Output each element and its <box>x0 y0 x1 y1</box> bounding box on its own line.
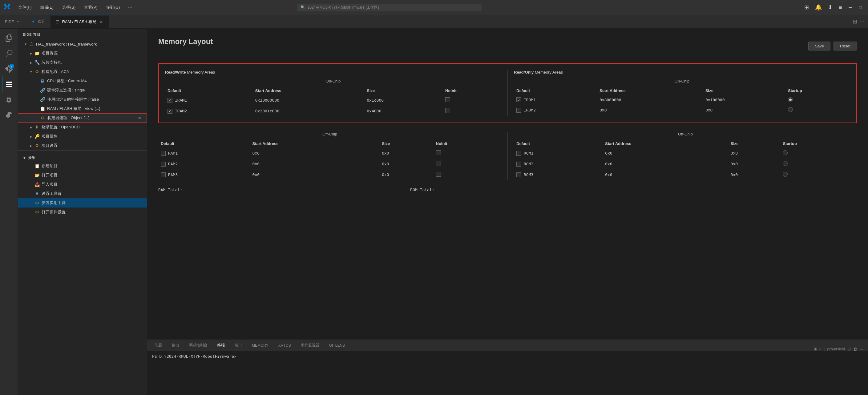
panel-trash-icon[interactable]: 🗑 <box>853 347 857 351</box>
offchip-divider <box>507 132 508 180</box>
sidebar-item-build-config[interactable]: ▼ ⚙ 构建配置 : AC5 <box>18 67 147 77</box>
tab-eide[interactable]: EIDE ··· <box>0 15 26 28</box>
ram3-checkbox[interactable] <box>161 173 166 177</box>
maximize-button[interactable]: □ <box>857 4 864 10</box>
more-actions-icon[interactable]: ··· <box>860 19 864 25</box>
ops-arrow-icon: ▼ <box>23 156 26 160</box>
ram2-noinit[interactable] <box>436 161 441 166</box>
tab-problems[interactable]: 问题 <box>150 340 167 351</box>
rw-offchip-section: Off-Chip Default Start Address Size NoIn… <box>158 132 501 180</box>
notification-icon[interactable]: 🔔 <box>813 3 824 11</box>
menu-view[interactable]: 查看(V) <box>81 3 100 11</box>
ops-import-project[interactable]: 📥 导入项目 <box>18 180 147 189</box>
table-row: ROM2 0x0 0x0 <box>514 158 857 169</box>
ram1-noinit[interactable] <box>436 150 441 155</box>
sidebar-item-float-option[interactable]: 🔗 硬件浮点选项 : single <box>18 86 147 95</box>
ram2-checkbox[interactable] <box>161 162 166 166</box>
ram3-noinit[interactable] <box>436 172 441 177</box>
edit-icon[interactable]: ✏ <box>138 116 144 120</box>
cell-start: 0x2001c000 <box>253 105 365 116</box>
project-icon: ⬡ <box>28 41 34 47</box>
menu-select[interactable]: 选择(S) <box>59 3 79 11</box>
ops-new-project[interactable]: 📋 新建项目 <box>18 161 147 171</box>
sidebar-item-linker-script[interactable]: 🔗 使用自定义的链接脚本 : false <box>18 95 147 104</box>
tab-gitlens[interactable]: GITLENS <box>324 340 350 351</box>
irom2-startup-radio[interactable] <box>788 107 793 112</box>
download-icon[interactable]: ⬇ <box>826 3 834 11</box>
sidebar-item-project-settings[interactable]: ▶ ⚙ 项目设置 <box>18 141 147 150</box>
sidebar-item-project-attr[interactable]: ▶ 🔑 项目属性 <box>18 132 147 141</box>
rom3-startup[interactable] <box>783 172 787 177</box>
sidebar-item-label: 使用自定义的链接脚本 : false <box>47 97 145 102</box>
sidebar-item-project-resource[interactable]: ▶ 📁 项目资源 <box>18 49 147 58</box>
tab-terminal[interactable]: 终端 <box>213 340 230 351</box>
save-button[interactable]: Save <box>808 41 831 51</box>
tab-ports[interactable]: 端口 <box>230 340 247 351</box>
sidebar-item-cpu-type[interactable]: 🖥 CPU 类型 : Cortex-M4 <box>18 77 147 86</box>
rom1-size: 0x0 <box>728 148 780 158</box>
tab-welcome[interactable]: ✦ 欢迎 <box>26 15 51 28</box>
panel-split-icon[interactable]: ⊞ <box>847 347 851 351</box>
sidebar-item-builder-options[interactable]: ⚙ 构建器选项 : Object {...} ✏ <box>18 113 147 123</box>
tab-xrtos[interactable]: XRTOS <box>273 340 296 351</box>
tab-debug-console[interactable]: 调试控制台 <box>184 340 213 351</box>
sidebar-item-ram-flash[interactable]: 📋 RAM / FLASH 布局 : View {...} <box>18 104 147 113</box>
menu-more[interactable]: ··· <box>125 3 135 12</box>
vscode-logo <box>4 3 10 12</box>
tab-serial-monitor[interactable]: 串行监视器 <box>296 340 324 351</box>
activity-explorer[interactable] <box>2 31 16 45</box>
open-plugin-icon: ⚙ <box>34 210 40 215</box>
irom1-default-checkbox[interactable]: ✓ <box>516 97 521 102</box>
activity-search[interactable] <box>2 47 16 61</box>
iram2-default-checkbox[interactable]: ✓ <box>167 109 173 114</box>
rom2-startup[interactable] <box>783 161 787 166</box>
sidebar-item-chip-support[interactable]: ▶ 🔧 芯片支持包 <box>18 58 147 67</box>
tab-eide-more[interactable]: ··· <box>17 19 21 24</box>
activity-extensions[interactable] <box>2 108 16 122</box>
arrow-icon: ▶ <box>28 144 34 148</box>
rom1-checkbox[interactable] <box>516 151 521 156</box>
rw-offchip-label: Off-Chip <box>158 132 501 136</box>
ops-label: 操作 <box>28 155 35 160</box>
ops-open-project[interactable]: 📂 打开项目 <box>18 171 147 180</box>
ops-open-plugin[interactable]: ⚙ 打开插件设置 <box>18 208 147 217</box>
menu-file[interactable]: 文件(F) <box>16 3 35 11</box>
sidebar-item-burn-config[interactable]: ▶ ⬇ 烧录配置 : OpenOCD <box>18 123 147 132</box>
iram1-noinit-checkbox[interactable] <box>445 97 450 102</box>
rom1-startup[interactable] <box>783 150 787 155</box>
irom1-startup-radio[interactable] <box>788 97 793 102</box>
minimize-button[interactable]: ─ <box>846 4 855 10</box>
sidebar-item-hal-framework[interactable]: ▼ ⬡ HAL_framework : HAL_framework <box>18 39 147 49</box>
rw-section-title: Read/Write Memeory Areas <box>165 70 501 74</box>
search-bar[interactable]: 🔍 2024-RMUL-XTYF-RobotFirmware (工作区) <box>297 4 482 11</box>
tab-close-button[interactable]: ✕ <box>99 20 104 24</box>
welcome-icon: ✦ <box>31 19 35 25</box>
ops-install-tools[interactable]: ⚙ 安装实用工具 <box>18 198 147 208</box>
menu-edit[interactable]: 编辑(E) <box>37 3 57 11</box>
tab-memory[interactable]: MEMORY <box>247 340 273 351</box>
rom2-checkbox[interactable] <box>516 162 521 166</box>
menu-goto[interactable]: 转到(G) <box>103 3 123 11</box>
iram2-noinit-checkbox[interactable] <box>445 108 450 113</box>
activity-git[interactable]: 2 <box>2 62 16 76</box>
ops-setup-tools[interactable]: 🖥 设置工具链 <box>18 189 147 198</box>
split-editor-icon[interactable]: ⊞ <box>852 18 857 25</box>
tab-output[interactable]: 输出 <box>167 340 184 351</box>
menu-icon[interactable]: ≡ <box>837 4 844 11</box>
panel-more-icon[interactable]: ··· <box>860 347 863 351</box>
rom3-checkbox[interactable] <box>516 173 521 177</box>
activity-eide[interactable] <box>2 77 16 91</box>
terminal-content[interactable]: PS D:\2024-RMUL-XTYF-RobotFirmware> <box>147 352 868 395</box>
search-icon: 🔍 <box>301 5 305 9</box>
reset-button[interactable]: Reset <box>834 41 857 51</box>
ram1-checkbox[interactable] <box>161 151 166 156</box>
tab-ram-flash[interactable]: ☰ RAM / FLASH 布局 ✕ <box>51 15 109 28</box>
layout-icon[interactable]: ⊞ <box>802 3 811 11</box>
activity-debug[interactable] <box>2 93 16 107</box>
iram1-default-checkbox[interactable]: ✓ <box>167 98 173 103</box>
cell-default: IROM2 <box>514 105 597 116</box>
panel-layout-icon[interactable]: ⊞ ∨ <box>814 347 822 351</box>
table-row: ✓ IROM1 0x8000000 0x100000 <box>514 95 850 105</box>
irom2-default-checkbox[interactable] <box>516 108 521 113</box>
rw-off-col-noinit: NoInit <box>434 140 502 148</box>
